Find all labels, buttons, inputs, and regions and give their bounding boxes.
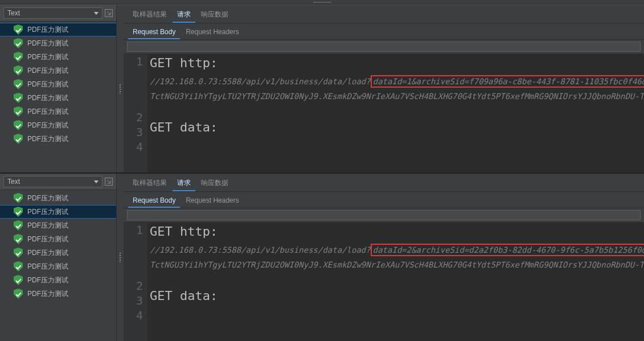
tab[interactable]: 取样器结果: [128, 7, 171, 23]
tree-item-label: PDF压力测试: [27, 39, 68, 48]
vertical-splitter[interactable]: [117, 174, 124, 341]
filter-select[interactable]: Text: [3, 176, 102, 187]
vertical-splitter[interactable]: [117, 5, 124, 172]
tree-item[interactable]: PDF压力测试: [0, 50, 116, 64]
tab[interactable]: 响应数据: [196, 7, 233, 23]
editor-2[interactable]: 1 2 3 4 GET http: //192.168.0.73:5588/ap…: [124, 223, 644, 341]
highlight-box: dataId=1&archiveSid=f709a96a-c8be-443f-8…: [371, 75, 644, 88]
tree-item[interactable]: PDF压力测试: [0, 219, 116, 232]
shield-check-icon: [14, 106, 23, 117]
tree-item[interactable]: PDF压力测试: [0, 205, 116, 219]
tree-item[interactable]: PDF压力测试: [0, 105, 116, 118]
pane-2: Text ⇲ PDF压力测试PDF压力测试PDF压力测试PDF压力测试PDF压力…: [0, 172, 644, 341]
shield-check-icon: [14, 207, 23, 217]
shield-check-icon: [14, 261, 23, 272]
tree-item[interactable]: PDF压力测试: [0, 260, 116, 273]
tab[interactable]: Request Headers: [181, 194, 243, 208]
tree-item-label: PDF压力测试: [27, 134, 68, 144]
code: GET http: //192.168.0.73:5588/api/v1/bus…: [147, 54, 644, 172]
tree-item[interactable]: PDF压力测试: [0, 91, 116, 105]
content-2: 取样器结果请求响应数据 Request BodyRequest Headers …: [124, 174, 644, 341]
tab[interactable]: 请求: [173, 7, 195, 23]
tree-item[interactable]: PDF压力测试: [0, 191, 116, 205]
shield-check-icon: [14, 38, 23, 48]
tree-item[interactable]: PDF压力测试: [0, 118, 116, 132]
shield-check-icon: [14, 24, 23, 35]
subtabs-2: Request BodyRequest Headers: [124, 192, 644, 208]
code-url-cont: TctNGU3Yi1hYTgyLTU2YTRjZDU2OWI0NyJ9.XEsm…: [150, 260, 642, 270]
code-line-3: GET data:: [150, 120, 642, 136]
code-url-cont: TctNGU3Yi1hYTgyLTU2YTRjZDU2OWI0NyJ9.XEsm…: [150, 91, 642, 101]
tab[interactable]: Request Headers: [181, 26, 243, 39]
filter-label: Text: [7, 178, 20, 186]
search-row: [124, 208, 644, 223]
search-input[interactable]: [127, 42, 641, 52]
tree-item-label: PDF压力测试: [27, 25, 68, 35]
filter-label: Text: [7, 9, 20, 17]
search-input[interactable]: [127, 210, 641, 220]
chevron-down-icon: [94, 12, 99, 15]
shield-check-icon: [14, 220, 23, 231]
pane-1: Text ⇲ PDF压力测试PDF压力测试PDF压力测试PDF压力测试PDF压力…: [0, 5, 644, 172]
tree-item[interactable]: PDF压力测试: [0, 246, 116, 260]
shield-check-icon: [14, 52, 23, 62]
shield-check-icon: [14, 120, 23, 130]
collapse-icon[interactable]: ⇲: [105, 9, 113, 17]
tree-item-label: PDF压力测试: [27, 80, 68, 89]
tree-item[interactable]: PDF压力测试: [0, 23, 116, 36]
tab[interactable]: 响应数据: [196, 176, 233, 191]
highlight-box: dataId=2&archiveSid=d2a2f0b3-82dd-4670-9…: [371, 244, 644, 256]
tree-item-label: PDF压力测试: [27, 221, 68, 231]
tree-item[interactable]: PDF压力测试: [0, 64, 116, 77]
tree-item[interactable]: PDF压力测试: [0, 77, 116, 91]
shield-check-icon: [14, 65, 23, 76]
tree-item-label: PDF压力测试: [27, 52, 68, 62]
tabs-2: 取样器结果请求响应数据: [124, 174, 644, 192]
shield-check-icon: [14, 79, 23, 89]
tree-item-label: PDF压力测试: [27, 276, 68, 285]
tree-item-label: PDF压力测试: [27, 66, 68, 76]
tree-item-label: PDF压力测试: [27, 248, 68, 258]
gutter: 1 2 3 4: [124, 223, 147, 341]
tree-item-label: PDF压力测试: [27, 121, 68, 130]
tabs-1: 取样器结果请求响应数据: [124, 5, 644, 23]
gutter: 1 2 3 4: [124, 54, 147, 172]
filter-row: Text ⇲: [0, 5, 116, 22]
tree-item[interactable]: PDF压力测试: [0, 287, 116, 301]
result-tree-2[interactable]: PDF压力测试PDF压力测试PDF压力测试PDF压力测试PDF压力测试PDF压力…: [0, 190, 116, 341]
result-tree-1[interactable]: PDF压力测试PDF压力测试PDF压力测试PDF压力测试PDF压力测试PDF压力…: [0, 22, 116, 172]
code-line-1: GET http:: [150, 55, 642, 72]
chevron-down-icon: [94, 180, 99, 183]
tab[interactable]: 取样器结果: [128, 176, 171, 191]
tab[interactable]: Request Body: [128, 194, 180, 208]
tree-item-label: PDF压力测试: [27, 289, 68, 299]
code-line-3: GET data:: [150, 288, 642, 305]
tree-item[interactable]: PDF压力测试: [0, 232, 116, 246]
sidebar-2: Text ⇲ PDF压力测试PDF压力测试PDF压力测试PDF压力测试PDF压力…: [0, 174, 117, 341]
sidebar-1: Text ⇲ PDF压力测试PDF压力测试PDF压力测试PDF压力测试PDF压力…: [0, 5, 117, 172]
code-url: //192.168.0.73:5588/api/v1/business/data…: [150, 244, 642, 256]
shield-check-icon: [14, 248, 23, 258]
editor-1[interactable]: 1 2 3 4 GET http: //192.168.0.73:5588/ap…: [124, 54, 644, 172]
shield-check-icon: [14, 134, 23, 144]
code-url: //192.168.0.73:5588/api/v1/business/data…: [150, 75, 642, 88]
shield-check-icon: [14, 234, 23, 244]
tab[interactable]: 请求: [173, 176, 195, 191]
collapse-icon[interactable]: ⇲: [105, 178, 113, 186]
tree-item-label: PDF压力测试: [27, 93, 68, 103]
tree-item[interactable]: PDF压力测试: [0, 132, 116, 146]
tree-item-label: PDF压力测试: [27, 262, 68, 272]
shield-check-icon: [14, 93, 23, 103]
tree-item-label: PDF压力测试: [27, 194, 68, 203]
split-handle-top[interactable]: [0, 0, 644, 5]
tree-item-label: PDF压力测试: [27, 207, 68, 217]
tab[interactable]: Request Body: [128, 26, 180, 39]
tree-item[interactable]: PDF压力测试: [0, 36, 116, 50]
tree-item-label: PDF压力测试: [27, 235, 68, 244]
shield-check-icon: [14, 193, 23, 203]
tree-item[interactable]: PDF压力测试: [0, 273, 116, 287]
tree-item-label: PDF压力测试: [27, 107, 68, 117]
filter-select[interactable]: Text: [3, 7, 102, 19]
search-row: [124, 40, 644, 54]
content-1: 取样器结果请求响应数据 Request BodyRequest Headers …: [124, 5, 644, 172]
